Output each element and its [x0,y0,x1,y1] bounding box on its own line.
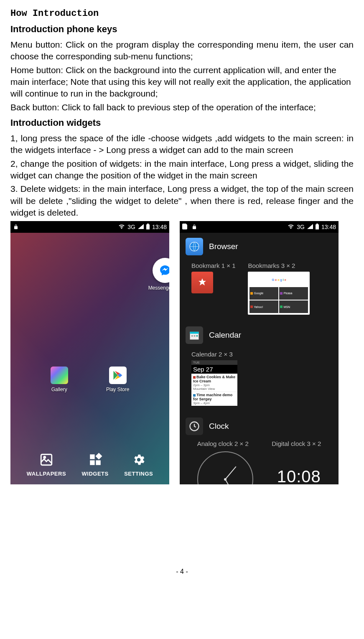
svg-rect-5 [90,455,94,459]
calendar-section-label: Calendar [209,331,241,340]
browser-section-label: Browser [209,242,238,251]
bookmarks-3x2-label: Bookmarks 3 × 2 [248,262,310,269]
analog-clock-face [197,451,253,484]
digital-clock-label: Digital clock 3 × 2 [272,440,321,447]
home-apps-row: Gallery Play Store [31,367,148,392]
battery-icon [146,224,150,231]
widget-analog-clock[interactable] [197,451,253,484]
calendar-2x3-label: Calendar 2 × 3 [191,351,237,358]
signal-icon [138,224,144,230]
page-title: How Introduction [10,8,354,19]
lock-icon [191,224,197,230]
svg-rect-9 [316,224,319,229]
browser-icon [186,238,203,255]
paragraph-widgets-1: 1, long press the space of the idle -cho… [10,132,354,156]
svg-rect-6 [96,461,100,465]
event-color-swatch [193,394,196,397]
event-color-swatch [193,376,196,379]
section-heading-widgets: Introduction widgets [10,117,354,128]
sdcard-icon [182,224,187,231]
section-heading-phone-keys: Introduction phone keys [10,24,354,35]
app-play-store[interactable]: Play Store [106,367,129,392]
svg-rect-10 [316,224,318,224]
lock-icon [13,224,19,230]
calendar-event: Time machine demo for Sergey 3pm – 4pm [191,392,237,406]
clock-label: 13:48 [152,224,167,230]
wifi-icon [288,224,294,230]
svg-rect-14 [190,332,199,334]
screenshots-row: 3G 13:48 Messenge Gallery [10,221,354,484]
bookmarks-grid-preview: Google Google Picasa Yahoo! MSN [248,272,310,315]
clock-icon [186,418,203,435]
paragraph-back-button: Back button: Click to fall back to previ… [10,102,354,113]
clock-label: 13:48 [321,224,336,230]
svg-rect-7 [90,461,94,465]
paragraph-widgets-3: 3. Delete widgets: in the main interface… [10,183,354,219]
calendar-event: Bake Cookies & Make Ice Cream 2pm – 3pm … [191,374,237,392]
bookmark-1x1-label: Bookmark 1 × 1 [191,262,235,269]
widget-digital-clock[interactable]: 10:08 FRI, OCTOBER 05 [277,451,321,484]
widget-section-clock: Clock [180,412,339,440]
analog-clock-label: Analog clock 2 × 2 [197,440,249,447]
customize-bottom-bar: WALLPAPERS WIDGETS SETTINGS [10,451,169,477]
bookmark-icon [191,272,213,293]
widget-bookmarks-3x2[interactable]: Bookmarks 3 × 2 Google Google Picasa Yah… [248,262,310,315]
svg-rect-1 [147,224,149,224]
calendar-preview: TUE Sep 27 Bake Cookies & Make Ice Cream… [191,360,237,406]
calendar-icon [186,326,203,344]
widget-section-calendar: Calendar [180,321,339,349]
calendar-date: Sep 27 [191,365,237,374]
widget-section-browser: Browser [180,233,339,260]
network-label: 3G [127,224,135,230]
play-store-icon [109,367,127,384]
paragraph-widgets-2: 2, change the position of widgets: in th… [10,158,354,182]
screenshot-home-customize: 3G 13:48 Messenge Gallery [10,221,169,484]
messenger-label: Messenge [148,285,169,291]
svg-rect-16 [194,335,196,337]
widget-bookmark-1x1[interactable]: Bookmark 1 × 1 [191,262,235,315]
settings-button[interactable]: SETTINGS [124,451,153,477]
settings-icon [130,451,147,468]
messenger-chathead[interactable] [153,258,169,283]
calendar-day: TUE [191,360,237,365]
gallery-icon [51,367,68,384]
status-bar: 3G 13:48 [180,221,339,233]
clock-section-label: Clock [209,422,229,431]
digital-clock-face: 10:08 FRI, OCTOBER 05 [277,451,321,484]
svg-point-4 [44,457,46,458]
play-store-label: Play Store [106,387,129,392]
svg-rect-17 [196,335,198,337]
wallpapers-button[interactable]: WALLPAPERS [27,451,66,477]
screenshot-widget-picker: 3G 13:48 Browser Bookmark 1 × 1 [180,221,339,484]
battery-icon [316,224,319,231]
svg-rect-15 [191,335,193,337]
wallpapers-icon [38,451,55,468]
network-label: 3G [297,224,305,230]
status-bar: 3G 13:48 [10,221,169,233]
svg-rect-8 [95,453,102,460]
widgets-button[interactable]: WIDGETS [82,451,109,477]
paragraph-home-button: Home button: Click on the background int… [10,64,354,100]
widgets-label: WIDGETS [82,471,109,477]
wifi-icon [118,224,125,230]
svg-rect-0 [146,224,150,229]
widget-calendar-2x3[interactable]: Calendar 2 × 3 TUE Sep 27 Bake Cookies &… [191,351,237,406]
app-gallery[interactable]: Gallery [51,367,68,392]
widgets-icon [87,451,104,468]
paragraph-menu-button: Menu button: Click on the program displa… [10,39,354,63]
page-number: - 4 - [10,568,354,575]
digital-time: 10:08 [277,467,321,484]
wallpapers-label: WALLPAPERS [27,471,66,477]
settings-label: SETTINGS [124,471,153,477]
gallery-label: Gallery [51,387,67,392]
signal-icon [307,224,313,230]
